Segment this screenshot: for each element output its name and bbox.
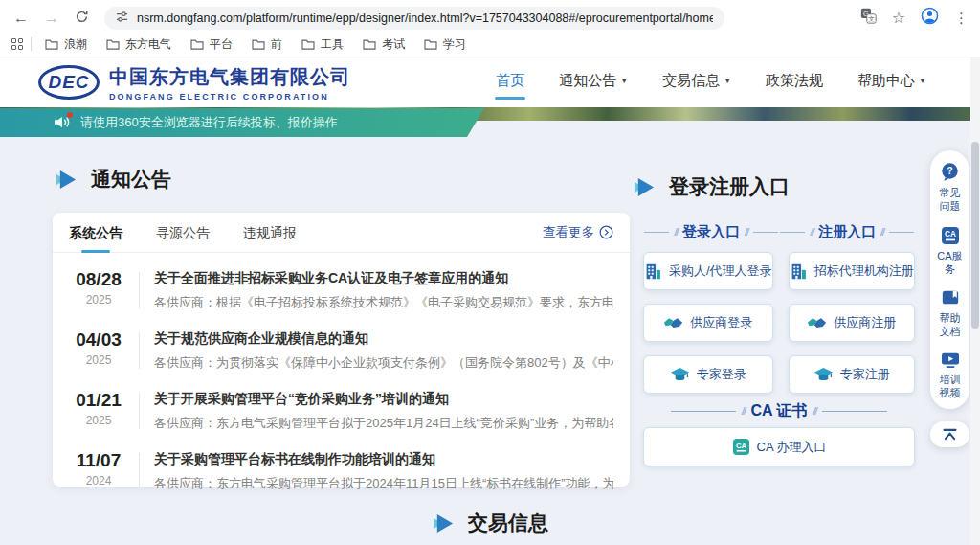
ca-apply-button[interactable]: CA CA 办理入口 <box>643 427 915 466</box>
nav-home[interactable]: 首页 <box>496 66 524 100</box>
supplier-login-button[interactable]: 供应商登录 <box>643 304 773 342</box>
site-settings-icon[interactable] <box>116 10 128 27</box>
graduation-cap-icon <box>670 366 690 383</box>
item-year: 2025 <box>69 414 128 427</box>
rail-label: 帮助文档 <box>937 311 964 339</box>
section-title-text: 交易信息 <box>468 510 548 536</box>
address-bar-row: ← → nsrm.dongfang.com/platform/runtime/e… <box>0 0 980 32</box>
svg-text:文: 文 <box>868 15 875 22</box>
bookmark-label: 工具 <box>321 36 344 53</box>
section-arrow-icon <box>56 169 78 191</box>
nav-announcements[interactable]: 通知公告▼ <box>559 66 628 100</box>
expert-register-button[interactable]: 专家注册 <box>789 355 915 394</box>
apps-grid-icon[interactable] <box>11 38 23 50</box>
login-register-group-labels: // 登录入口 // // 注册入口 // <box>643 223 915 241</box>
translate-icon[interactable]: G文 <box>860 8 877 28</box>
rail-label: 常见问题 <box>937 186 964 214</box>
building-icon <box>790 262 808 281</box>
bookmark-folder[interactable]: 平台 <box>190 36 233 53</box>
list-item[interactable]: 08/28 2025 关于全面推进非招标采购业务CA认证及电子签章应用的通知 各… <box>69 260 613 320</box>
bookmark-label: 考试 <box>382 36 405 53</box>
chevron-down-icon: ▼ <box>724 77 731 85</box>
handshake-icon <box>663 315 683 331</box>
bookmark-folder[interactable]: 浪潮 <box>45 36 87 53</box>
ca-service-shortcut[interactable]: CA CA服务 <box>937 226 964 277</box>
warning-text: 请使用360安全浏览器进行后续投标、报价操作 <box>80 114 338 131</box>
list-item[interactable]: 04/03 2025 关于规范供应商企业规模信息的通知 各供应商：为贯彻落实《保… <box>69 320 613 380</box>
bookmark-label: 前 <box>271 36 282 53</box>
item-desc: 各供应商：东方电气采购管理平台拟于2025年1月24日上线“竞价采购”业务，为帮… <box>154 415 613 432</box>
section-title-text: 通知公告 <box>91 166 171 193</box>
profile-avatar-icon[interactable] <box>921 7 939 29</box>
nav-policies[interactable]: 政策法规 <box>766 66 823 100</box>
item-title[interactable]: 关于规范供应商企业规模信息的通知 <box>154 330 613 348</box>
bookmark-folder[interactable]: 前 <box>252 36 282 53</box>
svg-text:CA: CA <box>735 442 746 450</box>
item-year: 2024 <box>69 474 128 488</box>
item-title[interactable]: 关于开展采购管理平台“竞价采购业务”培训的通知 <box>154 391 613 408</box>
site-header: DEC 中国东方电气集团有限公司 DONGFANG ELECTRIC CORPO… <box>0 57 980 107</box>
divider <box>139 332 140 369</box>
question-icon: ? <box>940 162 960 182</box>
back-to-top-button[interactable] <box>930 421 969 447</box>
entry-buttons: 采购人/代理人登录 招标代理机构注册 供应商登录 供应商注册 专家登录 专家注册 <box>643 252 915 394</box>
url-bar[interactable]: nsrm.dongfang.com/platform/runtime/epp/d… <box>104 7 724 30</box>
bookmarks-bar: 浪潮 东方电气 平台 前 工具 考试 学习 <box>0 32 980 57</box>
bookmark-folder[interactable]: 东方电气 <box>106 36 171 53</box>
item-title[interactable]: 关于采购管理平台标书在线制作功能培训的通知 <box>154 451 613 468</box>
nav-help-center[interactable]: 帮助中心▼ <box>858 66 926 100</box>
chevron-down-icon: ▼ <box>620 77 628 85</box>
reload-icon[interactable] <box>75 10 89 27</box>
back-icon[interactable]: ← <box>13 11 29 26</box>
list-item[interactable]: 11/07 2024 关于采购管理平台标书在线制作功能培训的通知 各供应商：东方… <box>69 441 613 501</box>
floating-help-rail: ? 常见问题 CA CA服务 帮助文档 培训视频 <box>930 150 969 409</box>
dec-logo-icon: DEC <box>38 65 100 100</box>
bookmark-label: 东方电气 <box>125 36 171 53</box>
list-item[interactable]: 01/21 2025 关于开展采购管理平台“竞价采购业务”培训的通知 各供应商：… <box>69 380 613 441</box>
browser-menu-icon[interactable]: ⋮ <box>954 10 969 27</box>
supplier-register-button[interactable]: 供应商注册 <box>789 304 915 342</box>
tab-sourcing-notices[interactable]: 寻源公告 <box>156 213 210 253</box>
bookmark-star-icon[interactable]: ☆ <box>892 9 905 27</box>
section-arrow-icon <box>634 176 656 198</box>
document-icon <box>941 288 960 307</box>
help-docs-shortcut[interactable]: 帮助文档 <box>937 288 964 339</box>
bookmark-folder[interactable]: 学习 <box>424 36 466 53</box>
section-title-text: 登录注册入口 <box>669 173 790 200</box>
buyer-agent-login-button[interactable]: 采购人/代理人登录 <box>643 252 773 290</box>
bookmark-label: 平台 <box>210 36 233 53</box>
training-videos-shortcut[interactable]: 培训视频 <box>937 352 964 400</box>
chevron-down-icon: ▼ <box>919 77 926 85</box>
handshake-icon <box>807 315 827 331</box>
item-year: 2025 <box>69 353 128 367</box>
graduation-cap-icon <box>813 366 834 383</box>
expert-login-button[interactable]: 专家登录 <box>643 355 773 394</box>
svg-text:CA: CA <box>945 230 956 238</box>
login-section-title: 登录注册入口 <box>634 173 790 200</box>
url-text[interactable]: nsrm.dongfang.com/platform/runtime/epp/d… <box>137 11 713 25</box>
divider <box>139 393 140 429</box>
item-desc: 各供应商：为贯彻落实《保障中小企业款项支付条例》（国务院令第802号）及《中小企… <box>154 354 613 372</box>
svg-text:?: ? <box>947 165 952 176</box>
ca-icon: CA <box>941 226 960 245</box>
nav-trade-info[interactable]: 交易信息▼ <box>662 66 731 100</box>
bidding-agency-register-button[interactable]: 招标代理机构注册 <box>789 252 915 290</box>
rail-label: CA服务 <box>937 249 964 277</box>
tab-system-notices[interactable]: 系统公告 <box>69 213 122 253</box>
speaker-icon <box>54 115 71 130</box>
item-date: 11/07 <box>69 451 128 470</box>
view-more-link[interactable]: 查看更多 <box>543 224 613 241</box>
browser-chrome: ← → nsrm.dongfang.com/platform/runtime/e… <box>0 0 980 57</box>
page-scrollbar[interactable] <box>970 57 980 545</box>
company-logo[interactable]: DEC 中国东方电气集团有限公司 DONGFANG ELECTRIC CORPO… <box>38 64 350 102</box>
item-date: 01/21 <box>69 391 128 410</box>
building-icon <box>644 262 662 281</box>
tab-violation-reports[interactable]: 违规通报 <box>243 213 297 253</box>
forward-icon[interactable]: → <box>44 11 59 26</box>
scrollbar-thumb[interactable] <box>971 142 979 329</box>
item-title[interactable]: 关于全面推进非招标采购业务CA认证及电子签章应用的通知 <box>154 270 613 287</box>
bookmark-folder[interactable]: 考试 <box>363 36 405 53</box>
faq-shortcut[interactable]: ? 常见问题 <box>937 162 964 214</box>
divider <box>139 453 140 489</box>
bookmark-folder[interactable]: 工具 <box>301 36 344 53</box>
